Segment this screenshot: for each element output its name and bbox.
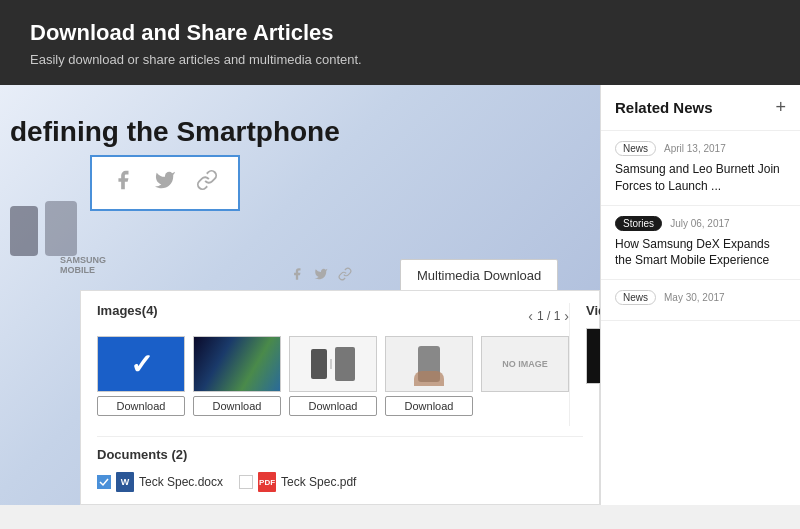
hand-shape — [414, 371, 444, 386]
doc-item-1: W Teck Spec.docx — [97, 472, 223, 492]
pagination: ‹ 1 / 1 › — [528, 308, 569, 324]
download-button-1[interactable]: Download — [97, 396, 185, 416]
images-block: Images(4) ‹ 1 / 1 › ✓ Do — [97, 303, 569, 426]
share-popup — [90, 155, 240, 211]
documents-row: W Teck Spec.docx PDF Teck Spec.pdf — [97, 472, 583, 492]
multimedia-download-button[interactable]: Multimedia Download — [400, 259, 558, 292]
videos-label: Videos(1) — [586, 303, 600, 318]
news-date-1: April 13, 2017 — [664, 143, 726, 154]
news-badge-2: Stories — [615, 216, 662, 231]
download-button-2[interactable]: Download — [193, 396, 281, 416]
image-thumb-4[interactable] — [385, 336, 473, 392]
image-item-2: Download — [193, 336, 281, 416]
doc-checkbox-2[interactable] — [239, 475, 253, 489]
add-news-button[interactable]: + — [775, 97, 786, 118]
video-item-1: ▶ — [586, 328, 600, 384]
word-icon: W — [116, 472, 134, 492]
svg-rect-0 — [10, 206, 38, 256]
news-badge-1: News — [615, 141, 656, 156]
image-item-4: Download — [385, 336, 473, 416]
image-item-3: Download — [289, 336, 377, 416]
svg-rect-1 — [45, 201, 77, 256]
download-button-3[interactable]: Download — [289, 396, 377, 416]
documents-label: Documents (2) — [97, 447, 583, 462]
sidebar-title: Related News — [615, 99, 713, 116]
doc-name-2: Teck Spec.pdf — [281, 475, 356, 489]
images-header-row: Images(4) ‹ 1 / 1 › — [97, 303, 569, 328]
aurora-thumbnail — [194, 337, 280, 391]
documents-section: Documents (2) W Teck Spec.docx PDF — [97, 436, 583, 492]
news-title-1: Samsung and Leo Burnett Join Forces to L… — [615, 161, 786, 195]
page-subtitle: Easily download or share articles and mu… — [30, 52, 770, 67]
inline-share-row — [290, 267, 352, 285]
samsung-label: SAMSUNGMOBILE — [60, 255, 106, 275]
image-item-1: ✓ Download — [97, 336, 185, 416]
news-meta-1: News April 13, 2017 — [615, 141, 786, 156]
main-area: defining the Smartphone — [0, 85, 800, 505]
header-banner: Download and Share Articles Easily downl… — [0, 0, 800, 85]
doc-checkbox-1[interactable] — [97, 475, 111, 489]
news-meta-3: News May 30, 2017 — [615, 290, 786, 305]
image-thumb-1[interactable]: ✓ — [97, 336, 185, 392]
no-image-thumb: NO IMAGE — [481, 336, 569, 392]
pdf-icon: PDF — [258, 472, 276, 492]
no-image-text: NO IMAGE — [502, 359, 548, 369]
facebook-share-icon[interactable] — [112, 169, 134, 197]
sidebar-header: Related News + — [601, 85, 800, 131]
right-sidebar: Related News + News April 13, 2017 Samsu… — [600, 85, 800, 505]
doc-item-2: PDF Teck Spec.pdf — [239, 472, 356, 492]
twitter-share-icon[interactable] — [154, 169, 176, 197]
video-thumb-1[interactable]: ▶ — [586, 328, 600, 384]
checkmark-icon: ✓ — [130, 348, 153, 381]
prev-page-arrow[interactable]: ‹ — [528, 308, 533, 324]
article-section: defining the Smartphone — [0, 85, 600, 505]
images-videos-row: Images(4) ‹ 1 / 1 › ✓ Do — [97, 303, 583, 426]
news-item-1[interactable]: News April 13, 2017 Samsung and Leo Burn… — [601, 131, 800, 206]
article-title: defining the Smartphone — [10, 115, 340, 149]
news-item-3[interactable]: News May 30, 2017 — [601, 280, 800, 321]
inline-facebook-icon[interactable] — [290, 267, 304, 285]
download-button-4[interactable]: Download — [385, 396, 473, 416]
inline-link-icon[interactable] — [338, 267, 352, 285]
images-label: Images(4) — [97, 303, 158, 318]
videos-block: Videos(1) ▶ — [569, 303, 600, 426]
images-row: ✓ Download Download — [97, 336, 569, 416]
phone-shape-2 — [335, 347, 355, 381]
doc-name-1: Teck Spec.docx — [139, 475, 223, 489]
news-badge-3: News — [615, 290, 656, 305]
image-item-5: NO IMAGE — [481, 336, 569, 392]
page-indicator: 1 / 1 — [537, 309, 560, 323]
inline-twitter-icon[interactable] — [314, 267, 328, 285]
news-title-2: How Samsung DeX Expands the Smart Mobile… — [615, 236, 786, 270]
image-thumb-2[interactable] — [193, 336, 281, 392]
image-thumb-3[interactable] — [289, 336, 377, 392]
news-date-3: May 30, 2017 — [664, 292, 725, 303]
news-meta-2: Stories July 06, 2017 — [615, 216, 786, 231]
news-item-2[interactable]: Stories July 06, 2017 How Samsung DeX Ex… — [601, 206, 800, 281]
phone-shape-1 — [311, 349, 327, 379]
page-title: Download and Share Articles — [30, 20, 770, 46]
download-panel: Images(4) ‹ 1 / 1 › ✓ Do — [80, 290, 600, 505]
news-date-2: July 06, 2017 — [670, 218, 730, 229]
videos-row: ▶ NO VIDEO — [586, 328, 600, 384]
link-share-icon[interactable] — [196, 169, 218, 197]
divider — [330, 359, 332, 369]
